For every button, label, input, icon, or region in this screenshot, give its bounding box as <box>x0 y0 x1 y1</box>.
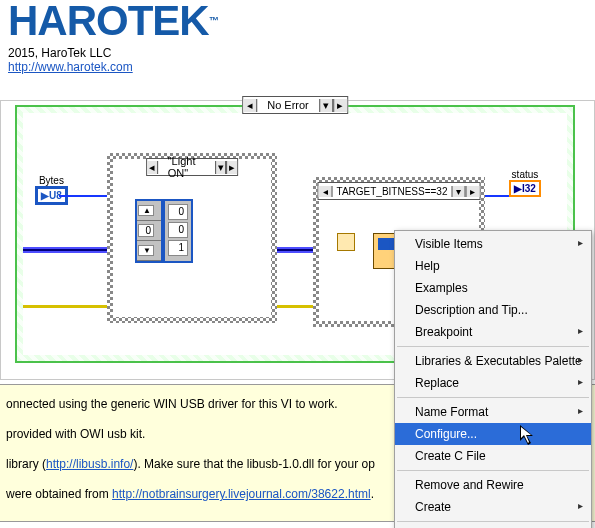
status-label: status <box>509 169 541 180</box>
menu-item-breakpoint[interactable]: Breakpoint <box>395 321 591 343</box>
note-line-3a: library ( <box>6 457 46 471</box>
note-line-3b: ). Make sure that the libusb-1.0.dll for… <box>133 457 374 471</box>
bytes-terminal[interactable]: Bytes ▶U8 <box>35 175 68 205</box>
menu-item-create[interactable]: Create <box>395 496 591 518</box>
case-prev-icon[interactable]: ◂ <box>319 186 333 197</box>
status-terminal[interactable]: status ▶I32 <box>509 169 541 197</box>
case-prev-icon[interactable]: ◂ <box>147 161 158 174</box>
status-type: I32 <box>522 183 536 194</box>
array-index-column[interactable]: ▲ 0 ▼ <box>135 199 163 263</box>
array-cell[interactable]: 0 <box>168 222 188 238</box>
case-next-icon[interactable]: ▸ <box>333 99 347 112</box>
menu-item-configure[interactable]: Configure... <box>395 423 591 445</box>
array-cell[interactable]: 1 <box>168 240 188 256</box>
libusb-link[interactable]: http://libusb.info/ <box>46 457 133 471</box>
menu-separator <box>397 397 589 398</box>
case-dropdown-icon[interactable]: ▾ <box>451 186 465 197</box>
menu-separator <box>397 346 589 347</box>
array-index-value[interactable]: 0 <box>138 224 154 237</box>
logo-text: HAROTEK <box>8 0 209 44</box>
note-line-2: provided with OWI usb kit. <box>6 427 145 441</box>
array-cell[interactable]: 0 <box>168 204 188 220</box>
case-dropdown-icon[interactable]: ▾ <box>319 99 333 112</box>
target-case-label: TARGET_BITNESS==32 <box>333 186 452 197</box>
wire <box>483 195 509 197</box>
menu-item-help[interactable]: Help <box>395 255 591 277</box>
menu-item-create-c-file[interactable]: Create C File <box>395 445 591 467</box>
case-next-icon[interactable]: ▸ <box>465 186 479 197</box>
menu-item-examples[interactable]: Examples <box>395 277 591 299</box>
light-case-body: ◂ "Light ON" ▾ ▸ ▲ 0 ▼ 0 0 1 <box>113 159 271 317</box>
wire <box>23 247 111 253</box>
menu-item-name-format[interactable]: Name Format <box>395 401 591 423</box>
note-line-4a: were obtained from <box>6 487 112 501</box>
array-data-column[interactable]: 0 0 1 <box>163 199 193 263</box>
menu-item-libraries-executables-palette[interactable]: Libraries & Executables Palette <box>395 350 591 372</box>
menu-item-visible-items[interactable]: Visible Items <box>395 233 591 255</box>
case-next-icon[interactable]: ▸ <box>226 161 237 174</box>
case-prev-icon[interactable]: ◂ <box>243 99 257 112</box>
menu-separator <box>397 521 589 522</box>
menu-separator <box>397 470 589 471</box>
byte-array-constant[interactable]: ▲ 0 ▼ 0 0 1 <box>135 199 193 263</box>
copyright-text: 2015, HaroTek LLC <box>8 46 587 60</box>
note-line-4b: . <box>371 487 374 501</box>
outer-case-label: No Error <box>257 99 319 111</box>
company-url-link[interactable]: http://www.harotek.com <box>8 60 133 74</box>
trademark: ™ <box>209 15 218 26</box>
logo: HAROTEK™ <box>8 6 587 40</box>
light-case-structure[interactable]: ◂ "Light ON" ▾ ▸ ▲ 0 ▼ 0 0 1 <box>107 153 277 323</box>
node-small[interactable] <box>337 233 355 251</box>
wire <box>275 247 315 253</box>
menu-item-remove-and-rewire[interactable]: Remove and Rewire <box>395 474 591 496</box>
bytes-label: Bytes <box>35 175 68 186</box>
wire <box>59 195 107 197</box>
outer-case-selector[interactable]: ◂ No Error ▾ ▸ <box>242 96 348 114</box>
menu-item-description-and-tip[interactable]: Description and Tip... <box>395 299 591 321</box>
menu-item-replace[interactable]: Replace <box>395 372 591 394</box>
note-line-1: onnected using the generic WIN USB drive… <box>6 397 337 411</box>
source-link[interactable]: http://notbrainsurgery.livejournal.com/3… <box>112 487 371 501</box>
light-case-label: "Light ON" <box>158 155 216 179</box>
header: HAROTEK™ 2015, HaroTek LLC http://www.ha… <box>0 0 595 76</box>
case-dropdown-icon[interactable]: ▾ <box>215 161 226 174</box>
context-menu[interactable]: Visible ItemsHelpExamplesDescription and… <box>394 230 592 528</box>
